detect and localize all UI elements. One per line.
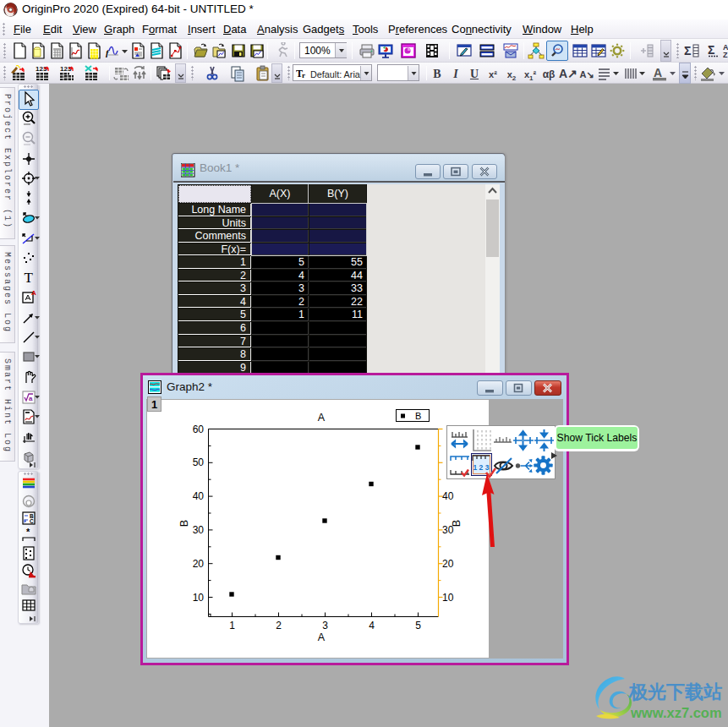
svg-text:50: 50 — [193, 456, 205, 468]
svg-text:40: 40 — [193, 490, 205, 502]
svg-text:B: B — [451, 520, 463, 527]
svg-text:T: T — [25, 270, 34, 286]
svg-text:2: 2 — [276, 620, 282, 631]
svg-text:123: 123 — [60, 65, 72, 73]
svg-text:Σ: Σ — [708, 43, 714, 57]
svg-text:40: 40 — [442, 490, 454, 502]
svg-text:5: 5 — [415, 620, 421, 631]
svg-text:r: r — [302, 71, 305, 79]
svg-text:123: 123 — [36, 65, 47, 73]
svg-text:3: 3 — [322, 620, 328, 631]
svg-text:30: 30 — [193, 524, 205, 536]
svg-text:Σ: Σ — [684, 44, 691, 57]
svg-text:A: A — [318, 631, 326, 643]
svg-text:10: 10 — [442, 592, 454, 604]
svg-text:C: C — [30, 518, 34, 524]
svg-text:60: 60 — [193, 424, 205, 435]
svg-text:A: A — [654, 66, 662, 79]
svg-text:Z: Z — [723, 51, 728, 59]
svg-text:a: a — [29, 395, 33, 402]
svg-text:20: 20 — [442, 558, 454, 570]
svg-text:B: B — [415, 411, 421, 421]
svg-text:10: 10 — [193, 592, 205, 604]
svg-text:B: B — [178, 520, 190, 527]
svg-text:1: 1 — [229, 620, 235, 631]
svg-text:4: 4 — [369, 620, 375, 631]
svg-text:*: * — [26, 527, 30, 537]
svg-text:A: A — [31, 289, 36, 297]
svg-text:A: A — [318, 412, 326, 424]
svg-text:20: 20 — [193, 558, 205, 570]
